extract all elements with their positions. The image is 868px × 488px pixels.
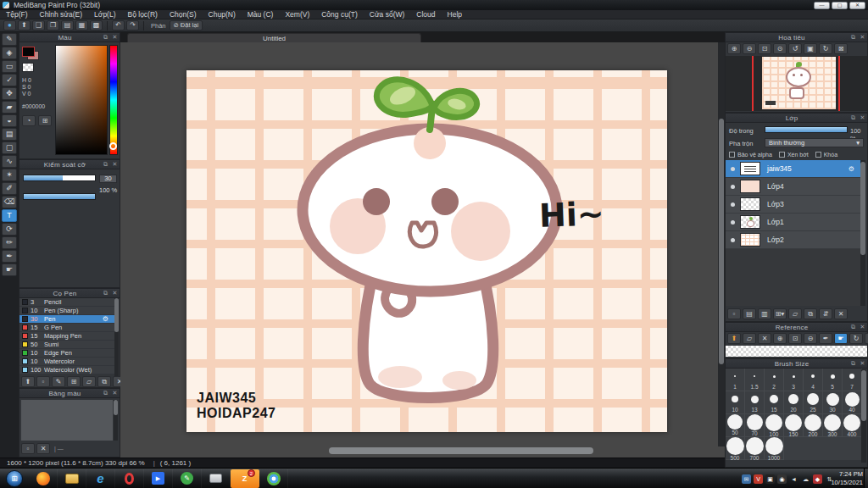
brush-size-cell[interactable]: 3 (784, 369, 804, 391)
brush-size-slider[interactable] (23, 175, 96, 181)
select-tool[interactable]: ▢ (2, 141, 17, 154)
brush-list-item[interactable]: 15Mapping Pen (19, 332, 115, 341)
save-button[interactable]: ▦ (75, 20, 88, 30)
popout-icon[interactable]: ⧉ (849, 360, 858, 367)
zoom-out-icon[interactable]: ⊖ (743, 43, 756, 54)
divide-tool[interactable]: ✏ (2, 236, 17, 249)
brush-size-cell[interactable]: 50 (726, 414, 745, 437)
menu-filter[interactable]: Bộ lọc(R) (122, 10, 164, 19)
close-icon[interactable]: ✕ (110, 34, 120, 41)
document-tab[interactable]: Untitled (127, 33, 421, 42)
text-tool[interactable]: T (2, 209, 17, 222)
brush-size-cell[interactable]: 300 (823, 414, 843, 437)
menu-view[interactable]: Xem(V) (279, 10, 315, 19)
actual-size-icon[interactable]: ⊙ (773, 43, 787, 54)
new-tone-layer-icon[interactable]: ▥ (758, 308, 771, 319)
color-wheel-button[interactable]: ◔ (22, 115, 36, 126)
transparent-color-swatch[interactable] (22, 63, 34, 72)
layer-opacity-slider[interactable] (765, 126, 848, 133)
new-document-button[interactable]: ▤ (61, 20, 74, 30)
brush-up-icon[interactable]: ⬆ (21, 376, 35, 387)
brush-list-item[interactable]: 10Watercolor (19, 358, 115, 366)
vertical-scrollbar-thumb[interactable] (719, 119, 724, 364)
brush-size-cell[interactable]: 30 (823, 391, 843, 414)
menu-edit[interactable]: Chỉnh sửa(E) (34, 10, 89, 19)
menu-select[interactable]: Chọn(S) (164, 10, 203, 19)
brush-list-item[interactable]: 50Sumi (19, 341, 115, 349)
menu-layer[interactable]: Lớp(L) (88, 10, 121, 19)
ref-eyedropper-icon[interactable]: ✒ (819, 333, 832, 344)
eyedropper-tool[interactable]: ✒ (2, 250, 17, 263)
popout-icon[interactable]: ⧉ (101, 34, 110, 41)
tray-cloud-icon[interactable]: ☁ (801, 474, 810, 484)
close-icon[interactable]: ✕ (858, 324, 867, 330)
ref-zoom-out-icon[interactable]: ⊖ (804, 333, 817, 344)
close-icon[interactable]: ✕ (858, 114, 867, 121)
duplicate-layer-icon[interactable]: ⧉ (804, 308, 817, 319)
close-icon[interactable]: ✕ (110, 161, 120, 168)
brush-size-cell[interactable]: 700 (745, 437, 765, 460)
close-icon[interactable]: ✕ (110, 290, 120, 297)
comment-button[interactable]: ❑ (32, 20, 45, 30)
delete-layer-icon[interactable]: ✕ (834, 308, 848, 319)
select-pen-tool[interactable]: ✐ (2, 182, 17, 195)
brush-size-cell[interactable]: 5 (823, 369, 843, 391)
brush-size-cell[interactable]: 10 (726, 391, 745, 414)
brush-list-item-selected[interactable]: 30Pen⚙ (19, 315, 115, 324)
tray-security-icon[interactable]: ◆ (813, 474, 822, 484)
navigator-preview[interactable] (726, 56, 867, 111)
brush-size-cell[interactable]: 7 (843, 369, 862, 391)
brush-tool[interactable]: ✎ (2, 33, 17, 46)
taskbar-ie-icon[interactable]: e (86, 469, 115, 488)
taskbar-firefox-icon[interactable] (29, 469, 58, 488)
foreground-color-swatch[interactable] (22, 47, 35, 57)
brush-duplicate-icon[interactable]: ⧉ (97, 376, 111, 387)
hand-tool[interactable]: ☛ (2, 263, 17, 276)
ref-folder-icon[interactable]: ▱ (743, 333, 756, 344)
shape-brush-tool[interactable]: ▭ (2, 60, 17, 73)
menu-window[interactable]: Cửa sổ(W) (364, 10, 411, 19)
snap-reset-button[interactable]: ⊘ Đặt lại (170, 20, 203, 30)
horizontal-scrollbar-thumb[interactable] (329, 447, 593, 454)
layer-settings-icon[interactable]: ⚙ (849, 165, 854, 173)
brush-list-item[interactable]: 100Watercolor (Wet) (19, 366, 115, 374)
dot-pen-tool[interactable]: ✓ (2, 74, 17, 86)
minimize-button[interactable]: — (814, 2, 830, 9)
tray-volume-icon[interactable]: ◄ (789, 474, 798, 484)
brush-list-item[interactable]: 3Pencil (19, 298, 115, 307)
ref-zoom-in-icon[interactable]: ⊕ (773, 333, 787, 344)
brush-size-cell[interactable]: 25 (804, 391, 823, 414)
brush-list-item[interactable]: 10Pen (Sharp) (19, 307, 115, 315)
fit-screen-icon[interactable]: ⊡ (758, 43, 771, 54)
brush-size-cell[interactable]: 200 (804, 414, 823, 437)
color-set-button[interactable]: ⊞ (38, 115, 52, 126)
layer-row[interactable]: Lớp4 (726, 178, 861, 196)
close-icon[interactable]: ✕ (858, 360, 867, 367)
popout-icon[interactable]: ⧉ (101, 390, 110, 396)
palette-scrollbar[interactable] (114, 400, 118, 441)
menu-tools[interactable]: Công cụ(T) (315, 10, 364, 19)
taskbar-coccoc-icon[interactable] (259, 469, 288, 488)
menu-help[interactable]: Help (442, 10, 468, 19)
taskbar-explorer-icon[interactable] (58, 469, 86, 488)
cloud-sync-button[interactable]: ● (3, 20, 16, 30)
bucket-tool[interactable]: ◒ (2, 114, 17, 127)
layer-row-selected[interactable]: jaiw345 ⚙ (726, 160, 861, 178)
blend-mode-select[interactable]: Bình thường▾ (765, 138, 864, 147)
taskbar-opera-icon[interactable] (115, 469, 144, 488)
brush-opacity-slider[interactable] (23, 193, 96, 200)
alpha-protect-checkbox[interactable] (729, 152, 735, 158)
magic-wand-tool[interactable]: ✶ (2, 169, 17, 181)
ref-reset-icon[interactable]: ▣ (865, 333, 868, 344)
lock-checkbox[interactable] (815, 152, 821, 158)
brush-size-scrollbar[interactable] (861, 369, 866, 463)
tray-photos-icon[interactable]: ▣ (765, 474, 775, 484)
layer-list-scrollbar[interactable] (860, 160, 865, 306)
popout-icon[interactable]: ⧉ (849, 324, 858, 330)
reset-rotation-icon[interactable]: ▣ (804, 43, 817, 54)
new-pixel-layer-icon[interactable]: ▤ (743, 308, 756, 319)
popout-icon[interactable]: ⧉ (101, 290, 110, 297)
saturation-value-picker[interactable] (55, 45, 108, 155)
zoom-in-icon[interactable]: ⊕ (727, 43, 741, 54)
brush-list-scrollbar[interactable] (114, 298, 119, 376)
